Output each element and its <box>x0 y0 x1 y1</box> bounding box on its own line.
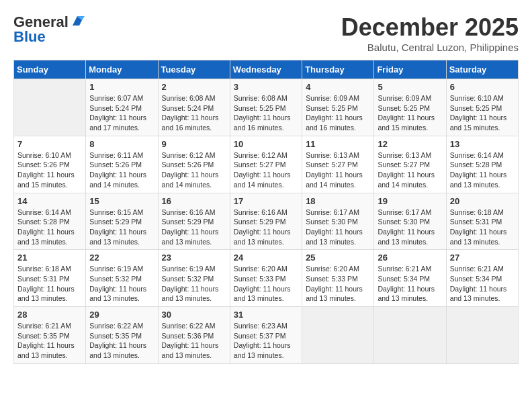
day-number: 28 <box>17 310 82 320</box>
cell-info: Sunrise: 6:08 AM Sunset: 5:24 PM Dayligh… <box>162 93 226 133</box>
title-block: December 2025 Balutu, Central Luzon, Phi… <box>341 13 519 53</box>
day-number: 29 <box>89 310 154 320</box>
day-number: 31 <box>234 310 298 320</box>
cell-info: Sunrise: 6:10 AM Sunset: 5:26 PM Dayligh… <box>17 150 82 190</box>
calendar-cell: 19Sunrise: 6:17 AM Sunset: 5:30 PM Dayli… <box>374 193 446 250</box>
calendar-cell: 25Sunrise: 6:20 AM Sunset: 5:33 PM Dayli… <box>302 250 374 307</box>
day-number: 14 <box>17 196 82 206</box>
week-row-2: 7Sunrise: 6:10 AM Sunset: 5:26 PM Daylig… <box>14 136 519 193</box>
calendar-cell: 26Sunrise: 6:21 AM Sunset: 5:34 PM Dayli… <box>374 250 446 307</box>
calendar-cell <box>14 79 86 136</box>
calendar-cell: 27Sunrise: 6:21 AM Sunset: 5:34 PM Dayli… <box>446 250 518 307</box>
day-header-sunday: Sunday <box>14 60 86 79</box>
cell-info: Sunrise: 6:21 AM Sunset: 5:34 PM Dayligh… <box>378 264 442 304</box>
logo-icon <box>70 13 85 28</box>
calendar-cell: 29Sunrise: 6:22 AM Sunset: 5:35 PM Dayli… <box>86 307 158 364</box>
calendar-cell: 5Sunrise: 6:09 AM Sunset: 5:25 PM Daylig… <box>374 79 446 136</box>
day-number: 25 <box>306 253 370 263</box>
cell-info: Sunrise: 6:22 AM Sunset: 5:36 PM Dayligh… <box>162 321 226 361</box>
calendar-cell: 23Sunrise: 6:19 AM Sunset: 5:32 PM Dayli… <box>158 250 230 307</box>
calendar-cell: 14Sunrise: 6:14 AM Sunset: 5:28 PM Dayli… <box>14 193 86 250</box>
cell-info: Sunrise: 6:09 AM Sunset: 5:25 PM Dayligh… <box>378 93 442 133</box>
calendar-cell: 13Sunrise: 6:14 AM Sunset: 5:28 PM Dayli… <box>446 136 518 193</box>
cell-info: Sunrise: 6:17 AM Sunset: 5:30 PM Dayligh… <box>378 208 442 247</box>
day-number: 24 <box>234 253 298 263</box>
day-number: 17 <box>234 196 298 206</box>
cell-info: Sunrise: 6:23 AM Sunset: 5:37 PM Dayligh… <box>234 321 298 361</box>
calendar-cell: 9Sunrise: 6:12 AM Sunset: 5:26 PM Daylig… <box>158 136 230 193</box>
cell-info: Sunrise: 6:19 AM Sunset: 5:32 PM Dayligh… <box>89 264 154 304</box>
calendar-cell: 31Sunrise: 6:23 AM Sunset: 5:37 PM Dayli… <box>230 307 302 364</box>
calendar-cell: 15Sunrise: 6:15 AM Sunset: 5:29 PM Dayli… <box>86 193 158 250</box>
cell-info: Sunrise: 6:12 AM Sunset: 5:26 PM Dayligh… <box>162 150 226 190</box>
location: Balutu, Central Luzon, Philippines <box>341 42 519 53</box>
calendar-cell: 4Sunrise: 6:09 AM Sunset: 5:25 PM Daylig… <box>302 79 374 136</box>
day-number: 5 <box>378 82 442 92</box>
calendar-cell: 22Sunrise: 6:19 AM Sunset: 5:32 PM Dayli… <box>86 250 158 307</box>
day-number: 6 <box>450 82 515 92</box>
week-row-3: 14Sunrise: 6:14 AM Sunset: 5:28 PM Dayli… <box>14 193 519 250</box>
day-number: 2 <box>162 82 226 92</box>
calendar-cell: 11Sunrise: 6:13 AM Sunset: 5:27 PM Dayli… <box>302 136 374 193</box>
cell-info: Sunrise: 6:16 AM Sunset: 5:29 PM Dayligh… <box>162 208 226 247</box>
day-number: 23 <box>162 253 226 263</box>
calendar-cell: 8Sunrise: 6:11 AM Sunset: 5:26 PM Daylig… <box>86 136 158 193</box>
calendar-cell: 2Sunrise: 6:08 AM Sunset: 5:24 PM Daylig… <box>158 79 230 136</box>
calendar-cell <box>374 307 446 364</box>
day-header-wednesday: Wednesday <box>230 60 302 79</box>
week-row-1: 1Sunrise: 6:07 AM Sunset: 5:24 PM Daylig… <box>14 79 519 136</box>
cell-info: Sunrise: 6:16 AM Sunset: 5:29 PM Dayligh… <box>234 208 298 247</box>
calendar-table: SundayMondayTuesdayWednesdayThursdayFrid… <box>13 60 519 364</box>
day-number: 7 <box>17 139 82 149</box>
day-number: 30 <box>162 310 226 320</box>
cell-info: Sunrise: 6:14 AM Sunset: 5:28 PM Dayligh… <box>17 208 82 247</box>
calendar-cell: 21Sunrise: 6:18 AM Sunset: 5:31 PM Dayli… <box>14 250 86 307</box>
cell-info: Sunrise: 6:13 AM Sunset: 5:27 PM Dayligh… <box>306 150 370 190</box>
logo: General Blue <box>13 13 85 46</box>
cell-info: Sunrise: 6:17 AM Sunset: 5:30 PM Dayligh… <box>306 208 370 247</box>
calendar-cell: 7Sunrise: 6:10 AM Sunset: 5:26 PM Daylig… <box>14 136 86 193</box>
day-number: 15 <box>89 196 154 206</box>
day-number: 27 <box>450 253 515 263</box>
day-header-monday: Monday <box>86 60 158 79</box>
logo-blue: Blue <box>13 28 46 46</box>
calendar-cell <box>302 307 374 364</box>
cell-info: Sunrise: 6:22 AM Sunset: 5:35 PM Dayligh… <box>89 321 154 361</box>
day-number: 10 <box>234 139 298 149</box>
day-number: 13 <box>450 139 515 149</box>
calendar-cell: 12Sunrise: 6:13 AM Sunset: 5:27 PM Dayli… <box>374 136 446 193</box>
calendar-cell: 30Sunrise: 6:22 AM Sunset: 5:36 PM Dayli… <box>158 307 230 364</box>
calendar-cell: 20Sunrise: 6:18 AM Sunset: 5:31 PM Dayli… <box>446 193 518 250</box>
page-header: General Blue December 2025 Balutu, Centr… <box>13 13 519 53</box>
cell-info: Sunrise: 6:11 AM Sunset: 5:26 PM Dayligh… <box>89 150 154 190</box>
day-number: 18 <box>306 196 370 206</box>
calendar-cell: 28Sunrise: 6:21 AM Sunset: 5:35 PM Dayli… <box>14 307 86 364</box>
cell-info: Sunrise: 6:20 AM Sunset: 5:33 PM Dayligh… <box>234 264 298 304</box>
day-number: 11 <box>306 139 370 149</box>
week-row-4: 21Sunrise: 6:18 AM Sunset: 5:31 PM Dayli… <box>14 250 519 307</box>
week-row-5: 28Sunrise: 6:21 AM Sunset: 5:35 PM Dayli… <box>14 307 519 364</box>
cell-info: Sunrise: 6:21 AM Sunset: 5:35 PM Dayligh… <box>17 321 82 361</box>
day-number: 9 <box>162 139 226 149</box>
cell-info: Sunrise: 6:13 AM Sunset: 5:27 PM Dayligh… <box>378 150 442 190</box>
day-header-saturday: Saturday <box>446 60 518 79</box>
day-number: 22 <box>89 253 154 263</box>
calendar-cell: 18Sunrise: 6:17 AM Sunset: 5:30 PM Dayli… <box>302 193 374 250</box>
cell-info: Sunrise: 6:10 AM Sunset: 5:25 PM Dayligh… <box>450 93 515 133</box>
cell-info: Sunrise: 6:18 AM Sunset: 5:31 PM Dayligh… <box>17 264 82 304</box>
day-number: 3 <box>234 82 298 92</box>
cell-info: Sunrise: 6:07 AM Sunset: 5:24 PM Dayligh… <box>89 93 154 133</box>
cell-info: Sunrise: 6:09 AM Sunset: 5:25 PM Dayligh… <box>306 93 370 133</box>
cell-info: Sunrise: 6:15 AM Sunset: 5:29 PM Dayligh… <box>89 208 154 247</box>
day-number: 1 <box>89 82 154 92</box>
day-header-tuesday: Tuesday <box>158 60 230 79</box>
day-header-thursday: Thursday <box>302 60 374 79</box>
calendar-cell <box>446 307 518 364</box>
calendar-header-row: SundayMondayTuesdayWednesdayThursdayFrid… <box>14 60 519 79</box>
cell-info: Sunrise: 6:20 AM Sunset: 5:33 PM Dayligh… <box>306 264 370 304</box>
day-number: 20 <box>450 196 515 206</box>
cell-info: Sunrise: 6:19 AM Sunset: 5:32 PM Dayligh… <box>162 264 226 304</box>
day-number: 8 <box>89 139 154 149</box>
cell-info: Sunrise: 6:21 AM Sunset: 5:34 PM Dayligh… <box>450 264 515 304</box>
calendar-cell: 6Sunrise: 6:10 AM Sunset: 5:25 PM Daylig… <box>446 79 518 136</box>
